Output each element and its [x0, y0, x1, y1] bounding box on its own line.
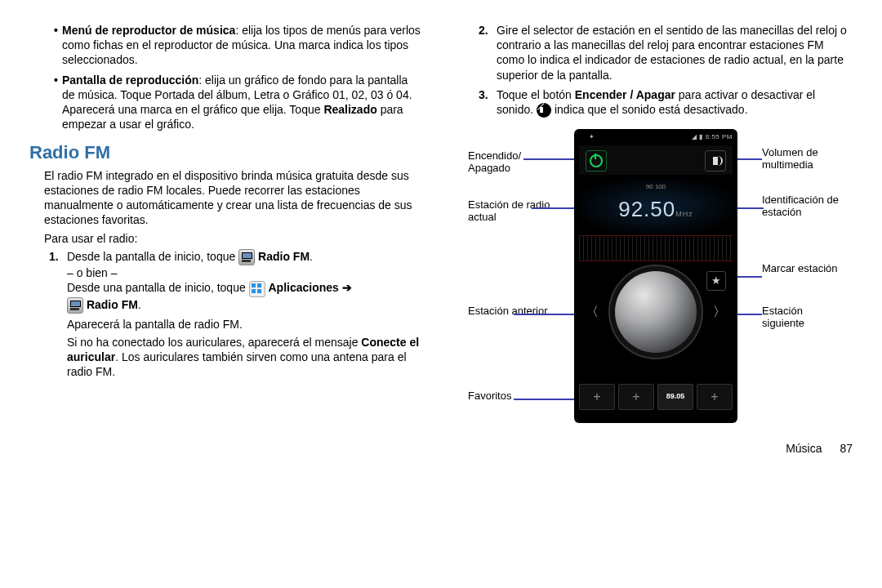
step-1-content: Desde la pantalla de inicio, toque Radio… [67, 249, 352, 314]
radio-fm-icon [238, 249, 255, 265]
radio-fm-heading: Radio FM [29, 141, 423, 165]
mhz-label: MHz [675, 210, 693, 218]
power-icon [590, 154, 603, 167]
callout-favorites: Favoritos [468, 390, 558, 402]
bullet-dot: • [54, 73, 62, 132]
notification-icon: ✦ [589, 133, 595, 141]
step-number-2: 2. [479, 23, 497, 82]
dial-band[interactable] [579, 235, 733, 261]
favorite-slot[interactable]: + [618, 384, 654, 410]
page-number: 87 [840, 442, 853, 455]
page-footer: Música 87 [29, 441, 853, 456]
radio-diagram: Encendido/ Apagado Estación de radio act… [468, 129, 844, 428]
favorites-row: + + 89.05 + [579, 384, 733, 410]
bullet-dot: • [54, 23, 62, 68]
section-name: Música [786, 442, 822, 455]
power-button[interactable] [586, 150, 607, 172]
favorite-slot[interactable]: + [697, 384, 733, 410]
step-2-content: Gire el selector de estación en el senti… [497, 23, 853, 82]
mute-icon [537, 103, 551, 118]
callout-next-station: Estación siguiente [762, 305, 844, 329]
status-bar: ✦ ◢ ▮ 8:55 PM [574, 131, 737, 144]
right-column: 2. Gire el selector de estación en el se… [459, 23, 853, 428]
tuning-knob[interactable] [615, 271, 697, 353]
battery-icon: ▮ [699, 133, 703, 140]
volume-button[interactable] [705, 150, 726, 172]
bullet-text-2: Pantalla de reproducción: elija un gráfi… [62, 73, 423, 132]
left-column: • Menú de reproductor de música: elija l… [29, 23, 423, 428]
wifi-icon: ◢ [692, 133, 697, 140]
step-3-content: Toque el botón Encender / Apagar para ac… [497, 87, 853, 118]
frequency-display: 90 100 92.50MHz [579, 180, 733, 234]
bookmark-station-button[interactable]: ★ [706, 271, 726, 291]
next-station-button[interactable]: 〉 [713, 304, 726, 321]
clock-text: 8:55 PM [706, 133, 733, 140]
callout-power: Encendido/ Apagado [468, 150, 558, 174]
appear-text: Aparecerá la pantalla de radio FM. [67, 317, 423, 332]
speaker-icon [713, 157, 718, 165]
applications-icon [249, 281, 265, 297]
favorite-slot[interactable]: + [579, 384, 615, 410]
step-number-1: 1. [49, 249, 67, 314]
phone-mockup: ✦ ◢ ▮ 8:55 PM 90 100 92.50MHz ★ 〈 〉 [574, 129, 737, 423]
callout-volume: Volumen de multimedia [762, 147, 844, 171]
callout-station-id: Identificación de estación [762, 194, 844, 218]
previous-station-button[interactable]: 〈 [586, 304, 599, 321]
headset-text: Si no ha conectado los auriculares, apar… [67, 335, 423, 380]
favorite-preset[interactable]: 89.05 [657, 384, 693, 410]
para-usar: Para usar el radio: [44, 231, 423, 246]
bullet-text-1: Menú de reproductor de música: elija los… [62, 23, 423, 68]
radio-intro: El radio FM integrado en el dispositivo … [44, 168, 423, 228]
callout-mark-station: Marcar estación [762, 263, 844, 274]
frequency-ticks: 90 100 [579, 183, 733, 191]
radio-fm-icon [67, 297, 83, 314]
step-number-3: 3. [479, 87, 497, 118]
callout-current-station: Estación de radio actual [468, 199, 558, 223]
frequency-value: 92.50 [618, 197, 675, 221]
callout-prev-station: Estación anterior [468, 305, 558, 317]
